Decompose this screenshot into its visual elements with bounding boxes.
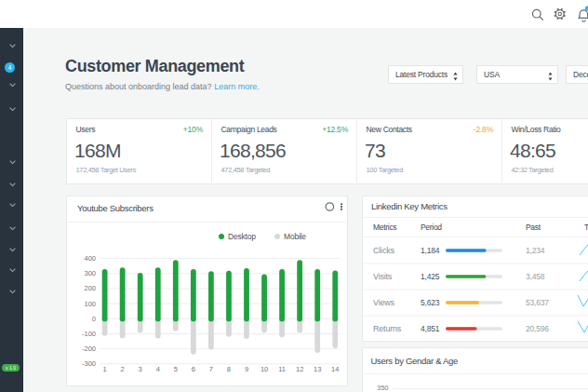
svg-text:Visits: Visits	[373, 272, 393, 281]
svg-text:Metrics: Metrics	[373, 223, 396, 232]
svg-text:20,596: 20,596	[526, 324, 549, 333]
svg-text:5,623: 5,623	[421, 298, 440, 307]
svg-text:1,234: 1,234	[526, 246, 545, 255]
svg-text:Period: Period	[421, 223, 442, 232]
svg-text:-100: -100	[82, 330, 96, 338]
svg-text:10: 10	[261, 365, 268, 373]
svg-text:4: 4	[156, 365, 160, 373]
svg-text:12: 12	[296, 365, 303, 373]
svg-text:Mobile: Mobile	[284, 232, 306, 241]
svg-text:4,851: 4,851	[421, 324, 440, 333]
svg-text:14: 14	[331, 365, 339, 373]
svg-text:300: 300	[84, 269, 96, 277]
svg-text:Desktop: Desktop	[228, 232, 256, 241]
svg-text:1,184: 1,184	[421, 246, 440, 255]
svg-text:200: 200	[84, 284, 96, 292]
svg-text:-300: -300	[82, 359, 96, 368]
svg-text:6: 6	[192, 365, 195, 373]
svg-text:5: 5	[174, 365, 178, 373]
svg-text:0: 0	[92, 315, 96, 323]
svg-text:100: 100	[84, 300, 96, 308]
svg-text:1,425: 1,425	[421, 272, 440, 281]
svg-text:Clicks: Clicks	[373, 246, 394, 255]
svg-text:53,637: 53,637	[526, 298, 549, 307]
svg-text:7: 7	[209, 365, 213, 373]
svg-text:1: 1	[103, 365, 107, 373]
svg-text:3,458: 3,458	[526, 272, 545, 281]
svg-text:Past: Past	[526, 223, 541, 232]
svg-text:9: 9	[245, 365, 248, 373]
svg-text:2: 2	[121, 365, 125, 373]
svg-text:400: 400	[84, 254, 96, 263]
svg-text:Views: Views	[373, 298, 395, 307]
svg-text:Trend: Trend	[584, 223, 588, 232]
svg-text:3: 3	[139, 365, 142, 373]
svg-text:13: 13	[314, 365, 321, 373]
svg-text:Returns: Returns	[373, 324, 402, 333]
svg-text:11: 11	[278, 365, 286, 373]
svg-text:8: 8	[227, 365, 231, 373]
svg-text:-200: -200	[82, 345, 96, 353]
